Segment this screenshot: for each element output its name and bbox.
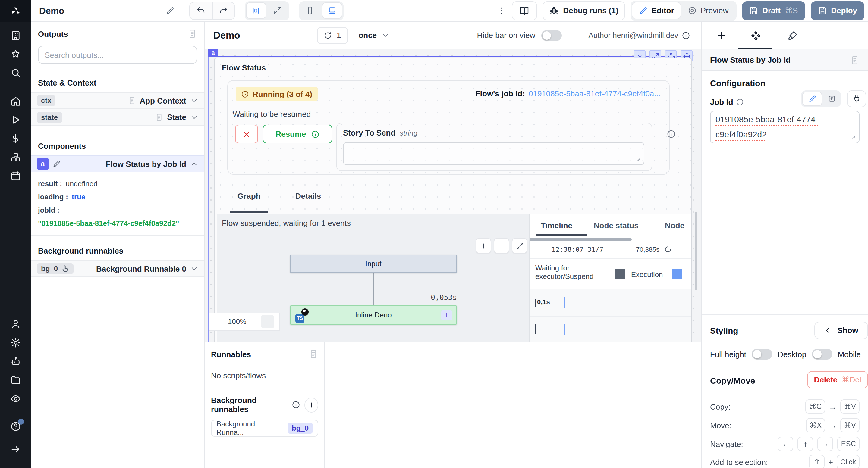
calendar-icon[interactable] bbox=[10, 170, 21, 181]
component-settings-tab[interactable] bbox=[750, 30, 761, 41]
tab-graph[interactable]: Graph bbox=[238, 192, 261, 201]
user-icon[interactable] bbox=[10, 319, 21, 330]
redo-button[interactable] bbox=[212, 2, 234, 19]
undo-redo-group bbox=[189, 1, 235, 20]
prop-jobid-value: "0191085e-5baa-81ef-4774-c9ef4f0a92d2" bbox=[38, 217, 197, 230]
tab-timeline[interactable]: Timeline bbox=[541, 221, 572, 230]
pencil-icon[interactable] bbox=[53, 160, 61, 168]
info-icon[interactable] bbox=[667, 130, 676, 138]
chevron-down-icon[interactable] bbox=[190, 113, 198, 121]
play-icon[interactable] bbox=[10, 114, 21, 125]
desktop-view-button[interactable] bbox=[321, 2, 342, 19]
job-id-link[interactable]: 0191085e-5baa-81ef-4774-c9ef4f0a... bbox=[529, 89, 661, 98]
show-styling-button[interactable]: Show bbox=[814, 322, 868, 339]
resume-button[interactable]: Resume bbox=[263, 125, 332, 143]
resize-grip-icon[interactable] bbox=[637, 158, 643, 163]
full-height-toggle[interactable] bbox=[752, 349, 772, 360]
vertical-scrollbar-thumb[interactable] bbox=[695, 212, 698, 290]
mobile-view-button[interactable] bbox=[300, 2, 320, 19]
panel-doc-icon[interactable] bbox=[850, 55, 860, 65]
tab-node-status[interactable]: Node status bbox=[594, 221, 639, 230]
hide-bar-toggle[interactable] bbox=[541, 30, 562, 41]
chevron-up-icon[interactable] bbox=[190, 160, 198, 168]
theme-tab[interactable] bbox=[787, 30, 798, 41]
story-textarea[interactable] bbox=[343, 142, 644, 165]
cancel-button[interactable] bbox=[235, 125, 258, 143]
bg-runnable-row[interactable]: bg_0 Background Runnable 0 bbox=[31, 260, 204, 277]
robot-icon[interactable] bbox=[10, 356, 21, 367]
component-tag[interactable]: a bbox=[208, 49, 218, 57]
static-mode-button[interactable] bbox=[802, 92, 822, 106]
refresh-count-button[interactable]: 1 bbox=[317, 27, 347, 44]
app-canvas[interactable]: a Flow Status Running (3 of 4) bbox=[205, 49, 701, 341]
dollar-icon[interactable] bbox=[10, 133, 21, 144]
info-icon[interactable] bbox=[736, 98, 744, 106]
eval-mode-button[interactable] bbox=[824, 92, 840, 106]
hand-pointer-icon bbox=[61, 264, 69, 273]
component-row-flow-status[interactable]: a Flow Status by Job Id bbox=[31, 156, 204, 172]
zoom-out-button[interactable] bbox=[494, 238, 509, 254]
input-mode-toggle bbox=[801, 90, 841, 107]
rename-app-icon[interactable] bbox=[165, 6, 175, 15]
center-layout-button[interactable] bbox=[246, 2, 266, 19]
panel-doc-icon[interactable] bbox=[309, 349, 318, 359]
plus-icon bbox=[264, 318, 272, 326]
docs-button[interactable] bbox=[512, 1, 537, 20]
chevron-down-icon[interactable] bbox=[190, 264, 198, 273]
settings-icon[interactable] bbox=[10, 337, 21, 348]
info-icon[interactable] bbox=[292, 401, 301, 409]
zoom-in-button[interactable] bbox=[475, 238, 491, 254]
schedule-select[interactable]: once bbox=[358, 31, 390, 40]
graph-node-inline-deno[interactable]: TS Inline Deno I bbox=[290, 305, 457, 325]
debug-runs-label: Debug runs (1) bbox=[563, 6, 618, 15]
zoom-out-icon[interactable] bbox=[214, 318, 222, 326]
tab-node[interactable]: Node bbox=[665, 221, 684, 230]
editor-tab[interactable]: Editor bbox=[632, 2, 681, 19]
deno-icon bbox=[301, 308, 309, 315]
kbd-arrow-left: ← bbox=[778, 437, 794, 451]
building-icon[interactable] bbox=[10, 30, 21, 41]
tab-details[interactable]: Details bbox=[296, 192, 321, 201]
add-component-tab[interactable] bbox=[716, 30, 727, 41]
job-id-input[interactable]: 0191085e-5baa-81ef-4774-c9ef4f0a92d2 bbox=[710, 111, 860, 143]
folder-icon[interactable] bbox=[10, 375, 21, 386]
status-badge: Running (3 of 4) bbox=[236, 87, 318, 101]
windmill-logo[interactable] bbox=[0, 0, 31, 22]
star-icon[interactable] bbox=[10, 49, 21, 60]
graph-node-input[interactable]: Input bbox=[290, 255, 457, 273]
schedule-value: once bbox=[358, 31, 377, 40]
more-menu-icon[interactable] bbox=[497, 6, 506, 15]
fit-view-button[interactable] bbox=[512, 238, 527, 254]
background-runnable-item[interactable]: Background Runna... bg_0 bbox=[211, 420, 318, 437]
debug-runs-button[interactable]: Debug runs (1) bbox=[542, 1, 625, 20]
settings-panel: Flow Status by Job Id Configuration Job … bbox=[701, 22, 868, 468]
preview-tab[interactable]: Preview bbox=[681, 2, 735, 19]
collapse-right-icon[interactable] bbox=[10, 444, 21, 455]
search-outputs-input[interactable] bbox=[38, 46, 197, 64]
add-background-runnable-button[interactable] bbox=[305, 397, 318, 412]
info-icon[interactable] bbox=[682, 31, 690, 39]
cubes-icon[interactable] bbox=[10, 152, 21, 163]
deploy-button[interactable]: Deploy bbox=[810, 1, 864, 20]
chevron-down-icon[interactable] bbox=[190, 96, 198, 105]
ctx-row[interactable]: ctx App Context bbox=[31, 92, 204, 109]
resize-grip-icon[interactable] bbox=[852, 136, 858, 141]
connect-button[interactable] bbox=[847, 90, 866, 107]
zoom-in-button[interactable] bbox=[261, 315, 274, 328]
undo-button[interactable] bbox=[190, 2, 212, 19]
full-width-button[interactable] bbox=[267, 2, 288, 19]
canvas-zoom-bar: 100% bbox=[209, 312, 280, 331]
flow-status-component[interactable]: Flow Status Running (3 of 4) Flow's job … bbox=[214, 58, 692, 341]
draft-button[interactable]: Draft ⌘S bbox=[742, 1, 805, 20]
panel-doc-icon[interactable] bbox=[187, 29, 197, 38]
delete-button[interactable]: Delete ⌘Del bbox=[807, 371, 868, 389]
minus-icon bbox=[498, 242, 505, 250]
desktop-toggle[interactable] bbox=[812, 349, 832, 360]
state-row[interactable]: state State bbox=[31, 109, 204, 126]
kbd-arrow-up: ↑ bbox=[798, 437, 813, 451]
help-icon[interactable] bbox=[10, 421, 21, 432]
search-icon[interactable] bbox=[10, 67, 21, 78]
home-icon[interactable] bbox=[10, 96, 21, 107]
horizontal-scrollbar[interactable] bbox=[530, 238, 632, 241]
eye-icon[interactable] bbox=[10, 393, 21, 404]
